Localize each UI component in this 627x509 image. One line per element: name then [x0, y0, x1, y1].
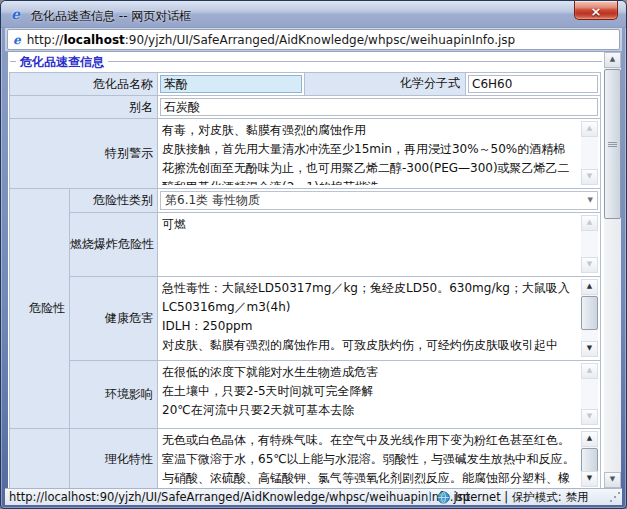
chevron-down-icon: [588, 191, 593, 210]
page-content: 危化品速查信息 危化品名称 化学分子式: [8, 52, 604, 488]
explosion-textarea[interactable]: 可燃: [158, 213, 600, 275]
health-text: 急性毒性：大鼠经LD50317mg／kg；兔经皮LD50。630mg/kg；大鼠…: [162, 279, 576, 357]
table-row: 健康危害 急性毒性：大鼠经LD50317mg／kg；兔经皮LD50。630mg/…: [10, 277, 601, 361]
formula-input[interactable]: [468, 75, 598, 93]
status-url: http://localhost:90/yjzh/UI/SafeArranged…: [9, 490, 470, 504]
url-prefix: http://: [27, 33, 64, 47]
table-row: 危化品名称 化学分子式: [10, 73, 601, 96]
close-button[interactable]: [574, 1, 618, 20]
globe-icon: [437, 491, 450, 507]
arrow-down-icon: [582, 170, 597, 183]
table-row: 燃烧爆炸危险性 可燃: [10, 213, 601, 277]
scroll-up-button[interactable]: [581, 279, 598, 295]
health-textarea[interactable]: 急性毒性：大鼠经LD50317mg／kg；兔经皮LD50。630mg/kg；大鼠…: [158, 277, 600, 359]
resize-grip[interactable]: [608, 491, 621, 504]
scroll-down-button[interactable]: [581, 409, 598, 425]
name-label: 危化品名称: [93, 77, 153, 91]
warning-textarea[interactable]: 有毒，对皮肤、黏膜有强烈的腐蚀作用 皮肤接触，首先用大量清水冲洗至少15min，…: [158, 119, 600, 187]
health-scrollbar[interactable]: [581, 279, 598, 357]
title-bar: 危化品速查信息 -- 网页对话框: [1, 1, 626, 28]
table-row: 别名: [10, 96, 601, 119]
properties-value-cell: 无色或白色晶体，有特殊气味。在空气中及光线作用下变为粉红色甚至红色。室温下微溶于…: [158, 429, 601, 489]
main-scroll-down-button[interactable]: [604, 472, 621, 488]
properties-textarea[interactable]: 无色或白色晶体，有特殊气味。在空气中及光线作用下变为粉红色甚至红色。室温下微溶于…: [158, 429, 600, 488]
table-row: 环境影响 在很低的浓度下就能对水生生物造成危害 在土壤中，只要2-5天时间就可完…: [10, 361, 601, 429]
explosion-label: 燃烧爆炸危险性: [70, 237, 154, 251]
arrow-up-icon: [605, 53, 620, 66]
explosion-scrollbar[interactable]: [581, 215, 598, 273]
properties-label-cell: 理化特性: [70, 429, 158, 489]
alias-input[interactable]: [160, 98, 598, 116]
warning-text: 有毒，对皮肤、黏膜有强烈的腐蚀作用 皮肤接触，首先用大量清水冲洗至少15min，…: [162, 121, 576, 185]
arrow-up-icon: [582, 364, 597, 377]
thumb-grip-icon: [608, 142, 617, 143]
alias-label: 别名: [129, 100, 153, 114]
hazard-class-select[interactable]: 第6.1类 毒性物质: [160, 191, 598, 210]
address-bar: http://localhost:90/yjzh/UI/SafeArranged…: [5, 28, 622, 52]
address-input[interactable]: http://localhost:90/yjzh/UI/SafeArranged…: [7, 29, 620, 50]
scroll-up-button[interactable]: [581, 363, 598, 379]
scroll-down-button[interactable]: [581, 257, 598, 273]
properties-scrollbar[interactable]: [581, 431, 598, 487]
scroll-up-button[interactable]: [581, 215, 598, 231]
arrow-up-icon: [582, 432, 597, 445]
hazard-group-cell: 危险性: [10, 189, 70, 429]
hazard-group-label: 危险性: [29, 301, 65, 315]
warning-label: 特别警示: [105, 146, 153, 160]
scroll-up-button[interactable]: [581, 121, 598, 137]
arrow-down-icon: [582, 410, 597, 423]
ie-icon: [11, 6, 20, 22]
name-input[interactable]: [160, 75, 302, 93]
warning-scrollbar[interactable]: [581, 121, 598, 185]
fieldset-legend: 危化品速查信息: [8, 52, 604, 72]
properties-text: 无色或白色晶体，有特殊气味。在空气中及光线作用下变为粉红色甚至红色。室温下微溶于…: [162, 431, 576, 487]
chemical-info-table: 危化品名称 化学分子式 别名: [9, 72, 601, 488]
arrow-down-icon: [582, 472, 597, 485]
environment-value-cell: 在很低的浓度下就能对水生生物造成危害 在土壤中，只要2-5天时间就可完全降解 2…: [158, 361, 601, 429]
formula-label-cell: 化学分子式: [304, 73, 466, 95]
status-bar: http://localhost:90/yjzh/UI/SafeArranged…: [5, 488, 622, 505]
name-value-cell: 化学分子式: [158, 73, 601, 96]
health-label-cell: 健康危害: [70, 277, 158, 361]
table-row: 特别警示 有毒，对皮肤、黏膜有强烈的腐蚀作用 皮肤接触，首先用大量清水冲洗至少1…: [10, 119, 601, 189]
close-icon: [591, 4, 602, 19]
hazard-class-label-cell: 危险性类别: [70, 189, 158, 213]
arrow-up-icon: [582, 216, 597, 229]
properties-label: 理化特性: [105, 452, 153, 466]
hazard-class-label: 危险性类别: [93, 193, 153, 207]
url-path: :90/yjzh/UI/SafeArranged/AidKnowledge/wh…: [125, 33, 515, 47]
name-label-cell: 危化品名称: [10, 73, 158, 96]
environment-scrollbar[interactable]: [581, 363, 598, 425]
ie-page-icon: [13, 33, 21, 47]
arrow-down-icon: [605, 473, 620, 486]
scroll-up-button[interactable]: [581, 431, 598, 447]
hazard-class-value: 第6.1类 毒性物质: [165, 192, 588, 209]
dialog-window: 危化品速查信息 -- 网页对话框 http://localhost:90/yjz…: [0, 0, 627, 509]
empty-group-cell: [10, 429, 70, 489]
scroll-down-button[interactable]: [581, 471, 598, 487]
page-title: 危化品速查信息: [16, 54, 108, 71]
formula-label: 化学分子式: [400, 76, 460, 90]
scroll-down-button[interactable]: [581, 169, 598, 185]
health-value-cell: 急性毒性：大鼠经LD50317mg／kg；兔经皮LD50。630mg/kg；大鼠…: [158, 277, 601, 361]
window-title: 危化品速查信息 -- 网页对话框: [31, 8, 191, 25]
hazard-class-value-cell: 第6.1类 毒性物质: [158, 189, 601, 213]
scroll-down-button[interactable]: [581, 341, 598, 357]
warning-label-cell: 特别警示: [10, 119, 158, 189]
url-host: localhost: [63, 33, 124, 47]
main-scrollbar[interactable]: [604, 52, 621, 488]
warning-value-cell: 有毒，对皮肤、黏膜有强烈的腐蚀作用 皮肤接触，首先用大量清水冲洗至少15min，…: [158, 119, 601, 189]
main-scrollbar-thumb[interactable]: [604, 69, 621, 219]
environment-textarea[interactable]: 在很低的浓度下就能对水生生物造成危害 在土壤中，只要2-5天时间就可完全降解 2…: [158, 361, 600, 427]
table-row: 理化特性 无色或白色晶体，有特殊气味。在空气中及光线作用下变为粉红色甚至红色。室…: [10, 429, 601, 489]
environment-label-cell: 环境影响: [70, 361, 158, 429]
status-separator: [429, 491, 430, 503]
main-scroll-up-button[interactable]: [604, 52, 621, 68]
security-zone-text: Internet | 保护模式: 禁用: [455, 490, 588, 505]
arrow-up-icon: [582, 122, 597, 135]
environment-text: 在很低的浓度下就能对水生生物造成危害 在土壤中，只要2-5天时间就可完全降解 2…: [162, 363, 576, 425]
alias-value-cell: [158, 96, 601, 119]
explosion-label-cell: 燃烧爆炸危险性: [70, 213, 158, 277]
scrollbar-thumb[interactable]: [581, 296, 598, 330]
arrow-down-icon: [582, 258, 597, 271]
